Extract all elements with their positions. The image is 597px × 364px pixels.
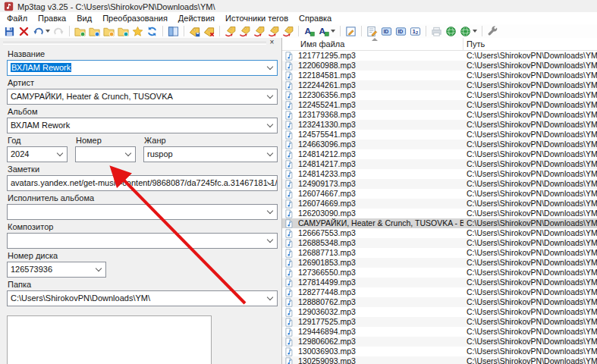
album-field-value: ВХЛАМ Rework: [11, 121, 70, 130]
file-row[interactable]: 124663096.mp3C:\Users\ShirokovPN\Downloa…: [282, 140, 597, 149]
edit-tag-icon[interactable]: [344, 25, 357, 38]
file-row[interactable]: 122184581.mp3C:\Users\ShirokovPN\Downloa…: [282, 71, 597, 80]
save-tags-icon[interactable]: [3, 25, 16, 38]
file-row[interactable]: 122060988.mp3C:\Users\ShirokovPN\Downloa…: [282, 61, 597, 71]
favorites-icon[interactable]: [131, 25, 144, 38]
favorite-directory-icon[interactable]: [117, 25, 130, 38]
file-row[interactable]: 129177525.mp3C:\Users\ShirokovPN\Downloa…: [282, 317, 597, 327]
file-row-filename: 122244261.mp3: [298, 80, 463, 90]
web-source-icon[interactable]: [445, 25, 457, 38]
options-icon[interactable]: [486, 25, 499, 38]
convert-filename-tag-icon[interactable]: [238, 25, 251, 38]
genre-field[interactable]: ruspop: [143, 146, 278, 162]
menu-bar: ФайлПравкаВидПреобразованияДействияИсточ…: [0, 12, 597, 24]
save-tag-icon[interactable]: [188, 25, 201, 38]
composer-field[interactable]: [7, 233, 278, 249]
file-row[interactable]: 126901853.mp3C:\Users\ShirokovPN\Downloa…: [282, 258, 597, 268]
svg-text:2: 2: [416, 30, 418, 35]
mp3-file-icon: [282, 268, 298, 278]
web-source-menu-icon[interactable]: [459, 25, 478, 38]
comment-field-label: Заметки: [8, 165, 277, 174]
remove-tags-icon[interactable]: [17, 25, 30, 38]
file-row[interactable]: 124814217.mp3C:\Users\ShirokovPN\Downloa…: [282, 159, 597, 169]
tag-panel-close-button[interactable]: ×: [267, 38, 277, 47]
file-row-filename: 129177525.mp3: [298, 317, 463, 327]
album-field[interactable]: ВХЛАМ Rework: [7, 118, 278, 133]
change-directory-icon[interactable]: [74, 25, 86, 38]
menu-item[interactable]: Правка: [33, 13, 71, 24]
file-row[interactable]: 123179368.mp3C:\Users\ShirokovPN\Downloa…: [282, 110, 597, 120]
menu-item[interactable]: Преобразования: [97, 13, 173, 24]
comment-field[interactable]: avatars.yandex.net/get-music-content/986…: [7, 175, 278, 191]
year-field[interactable]: 2024: [7, 146, 68, 162]
file-row-filename: 124575541.mp3: [298, 130, 463, 140]
file-row[interactable]: САМУРАЙКИ, Heater & Crunch, TUSOVKA - ВХ…: [282, 218, 597, 228]
tag-panel: × Название ВХЛАМ Rework Артист САМУРАЙКИ…: [0, 38, 282, 364]
actions-icon[interactable]: A: [303, 25, 316, 38]
numbering-wizard-icon[interactable]: 12: [409, 25, 422, 38]
track-field[interactable]: [75, 146, 136, 162]
dropdown-caret-icon[interactable]: [331, 30, 335, 33]
directory-field[interactable]: C:\Users\ShirokovPN\Downloads\YM\: [7, 290, 278, 306]
id3v1-tag-icon[interactable]: ID: [380, 25, 393, 38]
file-row-path: C:\Users\ShirokovPN\Downloads\YM\: [463, 51, 597, 61]
file-row[interactable]: 129806062.mp3C:\Users\ShirokovPN\Downloa…: [282, 337, 597, 347]
file-row[interactable]: 129036032.mp3C:\Users\ShirokovPN\Downloa…: [282, 307, 597, 317]
file-row[interactable]: 124814212.mp3C:\Users\ShirokovPN\Downloa…: [282, 149, 597, 159]
column-header-path[interactable]: Путь: [463, 38, 597, 50]
file-row[interactable]: 124909173.mp3C:\Users\ShirokovPN\Downloa…: [282, 179, 597, 189]
file-row[interactable]: 121771295.mp3C:\Users\ShirokovPN\Downloa…: [282, 51, 597, 61]
tag-panel-toggle-icon[interactable]: [167, 25, 180, 38]
file-row[interactable]: 122244261.mp3C:\Users\ShirokovPN\Downloa…: [282, 80, 597, 90]
recent-directories-icon[interactable]: [102, 25, 115, 38]
mp3-file-icon: [282, 101, 298, 110]
file-row[interactable]: 124814233.mp3C:\Users\ShirokovPN\Downloa…: [282, 169, 597, 179]
artist-field[interactable]: САМУРАЙКИ, Heater & Crunch, TUSOVKA: [7, 89, 278, 105]
menu-item[interactable]: Вид: [71, 13, 97, 24]
refresh-icon[interactable]: [146, 25, 159, 38]
file-row[interactable]: 128277448.mp3C:\Users\ShirokovPN\Downloa…: [282, 287, 597, 297]
redo-icon: [52, 25, 65, 38]
file-row[interactable]: 128880762.mp3C:\Users\ShirokovPN\Downloa…: [282, 297, 597, 307]
convert-tag-filename-icon[interactable]: [224, 25, 237, 38]
add-directory-icon[interactable]: [88, 25, 101, 38]
album-artist-field[interactable]: [7, 204, 278, 220]
file-row[interactable]: 126074667.mp3C:\Users\ShirokovPN\Downloa…: [282, 189, 597, 199]
file-row[interactable]: 126667553.mp3C:\Users\ShirokovPN\Downloa…: [282, 228, 597, 238]
title-field[interactable]: ВХЛАМ Rework: [7, 60, 278, 76]
convert-filename-filename-icon[interactable]: [281, 25, 294, 38]
convert-text-file-tag-icon[interactable]: [253, 25, 266, 38]
file-row[interactable]: 126885348.mp3C:\Users\ShirokovPN\Downloa…: [282, 238, 597, 248]
menu-item[interactable]: Источники тегов: [220, 13, 294, 24]
file-row[interactable]: 122306356.mp3C:\Users\ShirokovPN\Downloa…: [282, 90, 597, 100]
toolbar-separator: [184, 26, 184, 36]
convert-tag-tag-icon[interactable]: [267, 25, 280, 38]
file-row[interactable]: 123241330.mp3C:\Users\ShirokovPN\Downloa…: [282, 120, 597, 130]
menu-item[interactable]: Действия: [173, 13, 220, 24]
file-row[interactable]: 126203090.mp3C:\Users\ShirokovPN\Downloa…: [282, 209, 597, 218]
file-row[interactable]: 127366550.mp3C:\Users\ShirokovPN\Downloa…: [282, 268, 597, 278]
dropdown-caret-icon[interactable]: [46, 30, 50, 33]
panel-grip[interactable]: [3, 42, 266, 45]
dropdown-caret-icon[interactable]: [473, 30, 477, 33]
file-row[interactable]: 126887713.mp3C:\Users\ShirokovPN\Downloa…: [282, 248, 597, 258]
disc-number-field[interactable]: 126573936: [7, 262, 106, 278]
id3v2-tag-icon[interactable]: ID: [394, 25, 407, 38]
actions-quick-icon[interactable]: A: [317, 25, 336, 38]
file-row-filename: 122455241.mp3: [298, 100, 463, 110]
undo-icon[interactable]: [32, 25, 51, 38]
album-art-box[interactable]: [7, 315, 212, 364]
file-row[interactable]: 122455241.mp3C:\Users\ShirokovPN\Downloa…: [282, 100, 597, 110]
remove-tag-icon[interactable]: [203, 25, 215, 38]
file-row[interactable]: 127814499.mp3C:\Users\ShirokovPN\Downloa…: [282, 278, 597, 287]
menu-item[interactable]: Файл: [2, 13, 33, 24]
file-row[interactable]: 124575541.mp3C:\Users\ShirokovPN\Downloa…: [282, 130, 597, 140]
extended-tags-icon[interactable]: [366, 25, 379, 38]
file-row[interactable]: 126074669.mp3C:\Users\ShirokovPN\Downloa…: [282, 199, 597, 209]
file-row-path: C:\Users\ShirokovPN\Downloads\YM\: [463, 297, 597, 307]
file-row[interactable]: 130036903.mp3C:\Users\ShirokovPN\Downloa…: [282, 347, 597, 356]
file-row[interactable]: 129446894.mp3C:\Users\ShirokovPN\Downloa…: [282, 327, 597, 337]
menu-item[interactable]: Справка: [294, 13, 337, 24]
file-row[interactable]: 130259093.mp3C:\Users\ShirokovPN\Downloa…: [282, 356, 597, 364]
album-field-label: Альбом: [8, 107, 277, 116]
